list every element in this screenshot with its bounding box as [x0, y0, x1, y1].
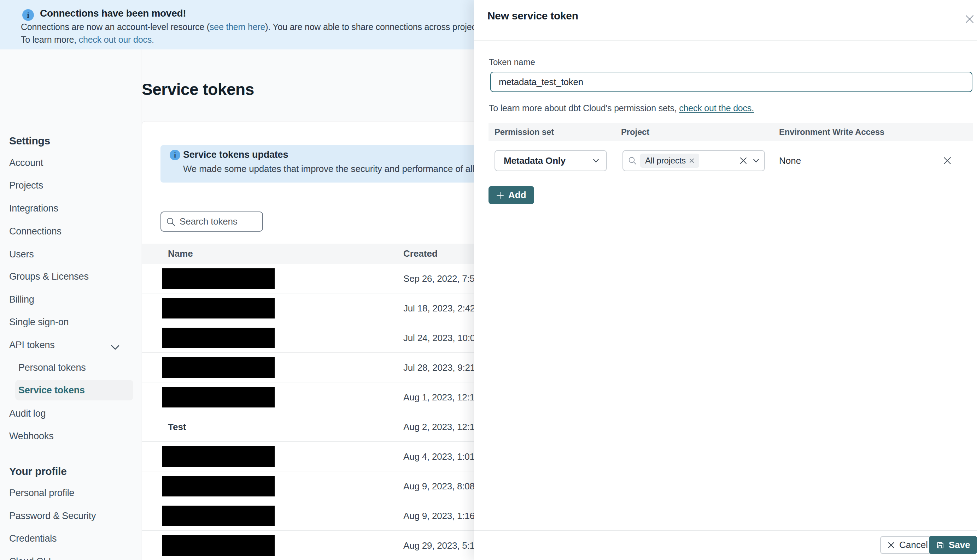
info-icon: i	[22, 9, 34, 21]
redacted-token-name	[162, 535, 274, 556]
banner-text: To learn more,	[21, 35, 79, 45]
cancel-button-label: Cancel	[899, 540, 928, 550]
new-service-token-drawer: New service token Token name To learn mo…	[473, 0, 977, 560]
chevron-down-icon	[593, 158, 599, 163]
chip-label: All projects	[645, 156, 686, 166]
sidebar-item-cloud-cli[interactable]: Cloud CLI	[9, 554, 51, 560]
column-header-permission-set: Permission set	[495, 123, 554, 141]
save-button-label: Save	[949, 540, 970, 550]
banner-line-3: To learn more, check out our docs.	[21, 35, 154, 45]
permission-helper-text: To learn more about dbt Cloud's permissi…	[489, 103, 754, 113]
helper-text: To learn more about dbt Cloud's permissi…	[489, 103, 679, 113]
divider	[474, 530, 977, 531]
project-multiselect[interactable]: All projects	[622, 150, 765, 171]
info-icon-glyph: i	[27, 11, 29, 20]
token-name: Test	[168, 412, 186, 442]
chip-remove-icon[interactable]	[689, 158, 694, 163]
redacted-token-name	[162, 506, 274, 526]
sidebar-item-audit-log[interactable]: Audit log	[9, 407, 45, 420]
token-name-input[interactable]	[490, 72, 972, 92]
sidebar-item-billing[interactable]: Billing	[9, 292, 34, 307]
permission-set-select[interactable]: Metadata Only	[495, 150, 607, 171]
sidebar-item-password-security[interactable]: Password & Security	[9, 509, 96, 523]
column-header-created: Created	[403, 243, 438, 264]
plus-icon	[496, 192, 504, 199]
info-icon: i	[170, 150, 180, 160]
info-icon-glyph: i	[174, 151, 176, 159]
sidebar-item-personal-profile[interactable]: Personal profile	[9, 486, 74, 500]
redacted-token-name	[162, 268, 274, 289]
sidebar-heading-your-profile: Your profile	[9, 464, 67, 478]
drawer-title: New service token	[487, 10, 578, 22]
all-projects-chip[interactable]: All projects	[640, 153, 699, 168]
search-icon	[166, 217, 175, 226]
sidebar-item-credentials[interactable]: Credentials	[9, 532, 57, 545]
environment-write-access-value: None	[779, 150, 801, 171]
search-tokens-input[interactable]: Search tokens	[161, 212, 263, 232]
sidebar-item-single-sign-on[interactable]: Single sign-on	[9, 315, 69, 329]
redacted-token-name	[162, 387, 274, 407]
sidebar-item-projects[interactable]: Projects	[9, 178, 43, 192]
page-title: Service tokens	[142, 80, 254, 99]
sidebar-item-integrations[interactable]: Integrations	[9, 201, 59, 215]
search-icon	[628, 157, 637, 165]
cancel-button[interactable]: Cancel	[880, 536, 935, 554]
check-out-our-docs-link[interactable]: check out our docs.	[79, 35, 154, 45]
see-them-here-link[interactable]: see them here	[210, 22, 265, 32]
save-icon	[936, 541, 945, 549]
sidebar-item-account[interactable]: Account	[9, 156, 43, 170]
redacted-token-name	[162, 328, 274, 348]
redacted-token-name	[162, 476, 274, 497]
settings-sidebar: Settings Account Projects Integrations C…	[0, 50, 141, 560]
redacted-token-name	[162, 357, 274, 378]
banner-text: Connections are now an account-level res…	[21, 22, 210, 32]
add-button-label: Add	[508, 190, 526, 200]
redacted-token-name	[162, 446, 274, 467]
chevron-down-icon[interactable]	[753, 158, 759, 163]
search-placeholder: Search tokens	[179, 216, 238, 227]
check-out-the-docs-link[interactable]: check out the docs.	[679, 103, 754, 113]
app-root: i Connections have been moved! Connectio…	[0, 0, 977, 560]
sidebar-item-groups-licenses[interactable]: Groups & Licenses	[9, 269, 89, 283]
remove-permission-row-icon[interactable]	[941, 155, 953, 167]
sidebar-item-users[interactable]: Users	[9, 247, 34, 261]
sidebar-item-personal-tokens[interactable]: Personal tokens	[18, 360, 86, 375]
permission-set-value: Metadata Only	[504, 155, 565, 166]
divider	[474, 40, 977, 41]
close-icon	[887, 541, 895, 549]
alert-title: Service tokens updates	[183, 149, 288, 160]
column-header-name: Name	[168, 243, 193, 264]
save-button[interactable]: Save	[929, 536, 977, 554]
column-header-environment-write-access: Environment Write Access	[779, 123, 884, 141]
banner-title: Connections have been moved!	[40, 8, 186, 19]
divider	[488, 181, 973, 181]
sidebar-heading-settings: Settings	[9, 134, 50, 148]
sidebar-item-webhooks[interactable]: Webhooks	[9, 429, 54, 443]
token-name-label: Token name	[489, 57, 535, 67]
sidebar-item-service-tokens[interactable]: Service tokens	[18, 383, 85, 397]
add-permission-button[interactable]: Add	[488, 186, 534, 204]
redacted-token-name	[162, 298, 274, 318]
column-header-project: Project	[621, 123, 649, 141]
close-icon[interactable]	[962, 12, 977, 26]
sidebar-item-api-tokens[interactable]: API tokens	[9, 338, 55, 352]
chevron-down-icon[interactable]	[111, 345, 119, 350]
clear-selection-icon[interactable]	[739, 157, 747, 165]
sidebar-item-connections[interactable]: Connections	[9, 224, 62, 238]
permission-table-header: Permission set Project Environment Write…	[488, 123, 973, 141]
